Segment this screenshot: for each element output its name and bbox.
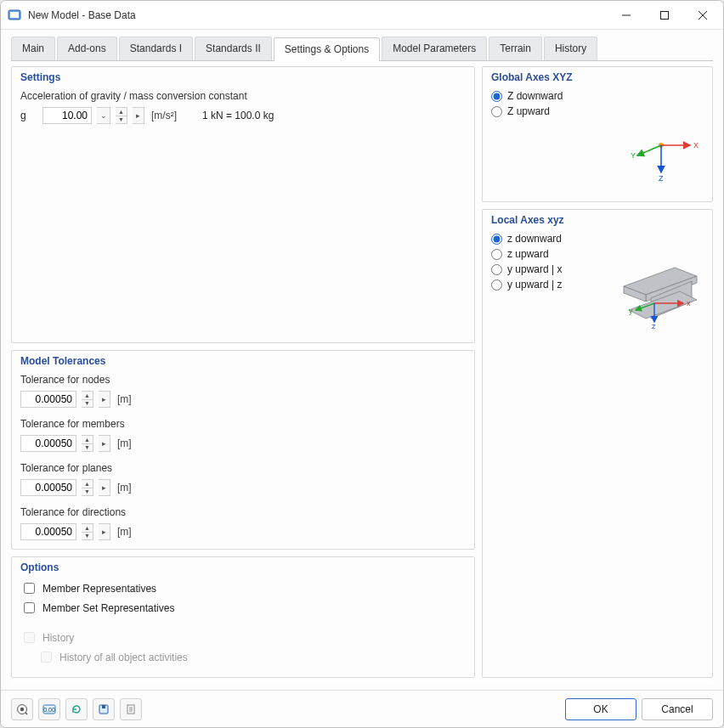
tab-terrain[interactable]: Terrain	[489, 37, 542, 60]
dialog-footer: 0,00 OK Cancel	[1, 690, 723, 727]
local-axes-z-down-label: z downward	[507, 233, 562, 245]
tab-main[interactable]: Main	[11, 37, 55, 60]
local-axes-title: Local Axes xyz	[491, 214, 704, 226]
window-title: New Model - Base Data	[28, 9, 136, 21]
tolerance-members-picker[interactable]: ▸	[99, 435, 110, 452]
global-axes-diagram: X Y Z	[627, 130, 700, 185]
option-history-all-label: History of all object activities	[59, 652, 188, 663]
option-member-set-rep-label: Member Set Representatives	[42, 602, 174, 614]
global-axes-z-down-radio[interactable]	[491, 91, 502, 102]
options-panel: Options Member Representatives Member Se…	[11, 556, 475, 678]
settings-title: Settings	[20, 71, 466, 83]
option-history-all-checkbox	[41, 652, 52, 663]
tolerance-planes-unit: [m]	[117, 482, 132, 494]
tool-clipboard-icon[interactable]	[120, 698, 142, 720]
svg-text:Z: Z	[659, 174, 664, 183]
local-axes-z-up-label: z upward	[507, 248, 549, 260]
option-history-checkbox	[24, 632, 35, 643]
titlebar: New Model - Base Data	[1, 1, 723, 30]
tolerance-directions-unit: [m]	[117, 526, 132, 538]
svg-rect-30	[102, 705, 105, 708]
tolerances-title: Model Tolerances	[20, 355, 466, 367]
tolerance-nodes-picker[interactable]: ▸	[99, 391, 110, 408]
tolerance-directions-label: Tolerance for directions	[20, 506, 466, 518]
global-axes-z-up-label: Z upward	[507, 105, 550, 117]
local-axes-z-down-radio[interactable]	[491, 234, 502, 245]
local-axes-y-up-x-radio[interactable]	[491, 264, 502, 275]
local-axes-panel: Local Axes xyz z downward z upward y upw…	[482, 209, 713, 678]
local-axes-z-up-radio[interactable]	[491, 249, 502, 260]
svg-text:z: z	[652, 322, 656, 329]
svg-line-26	[25, 713, 27, 714]
tolerance-planes-input[interactable]	[20, 479, 76, 496]
tolerance-planes-picker[interactable]: ▸	[99, 479, 110, 496]
local-axes-z-down[interactable]: z downward	[491, 233, 704, 245]
option-history-label: History	[42, 632, 74, 644]
tolerance-members-input[interactable]	[20, 435, 76, 452]
svg-line-9	[637, 145, 661, 155]
option-member-set-rep[interactable]: Member Set Representatives	[20, 600, 466, 616]
tolerance-nodes-label: Tolerance for nodes	[20, 374, 466, 386]
tolerances-panel: Model Tolerances Tolerance for nodes ▲▼ …	[11, 350, 475, 550]
svg-rect-3	[660, 11, 668, 19]
global-axes-z-up-radio[interactable]	[491, 106, 502, 117]
minimize-button[interactable]	[607, 3, 645, 28]
tolerance-nodes-spinner[interactable]: ▲▼	[82, 391, 93, 408]
local-axes-diagram: x y z	[615, 261, 700, 331]
tool-save-icon[interactable]	[93, 698, 115, 720]
tolerance-directions-input[interactable]	[20, 523, 76, 540]
maximize-button[interactable]	[645, 3, 683, 28]
local-axes-y-up-z-radio[interactable]	[491, 279, 502, 291]
svg-text:y: y	[629, 307, 633, 315]
tab-model-parameters[interactable]: Model Parameters	[382, 37, 487, 60]
option-member-rep[interactable]: Member Representatives	[20, 580, 466, 596]
tab-add-ons[interactable]: Add-ons	[57, 37, 117, 60]
gravity-dropdown[interactable]: ⌄	[97, 107, 110, 124]
local-axes-y-up-z-label: y upward | z	[507, 279, 562, 291]
local-axes-y-up-x-label: y upward | x	[507, 263, 562, 275]
svg-text:X: X	[693, 141, 699, 150]
tool-units-icon[interactable]: 0,00	[38, 698, 60, 720]
tab-standards-ii[interactable]: Standards II	[195, 37, 272, 60]
global-axes-z-down[interactable]: Z downward	[491, 90, 704, 102]
option-member-rep-checkbox[interactable]	[24, 583, 35, 594]
gravity-symbol: g	[20, 110, 37, 121]
option-member-set-rep-checkbox[interactable]	[24, 602, 35, 613]
global-axes-z-up[interactable]: Z upward	[491, 105, 704, 117]
tolerance-directions-picker[interactable]: ▸	[99, 523, 110, 540]
settings-panel: Settings Acceleration of gravity / mass …	[11, 66, 475, 343]
tolerance-members-spinner[interactable]: ▲▼	[82, 435, 93, 452]
svg-text:x: x	[687, 299, 691, 308]
close-button[interactable]	[683, 3, 721, 28]
gravity-label: Acceleration of gravity / mass conversio…	[20, 90, 466, 102]
app-icon	[8, 8, 21, 22]
tab-history[interactable]: History	[544, 37, 597, 60]
gravity-input[interactable]	[42, 107, 92, 124]
tab-settings-and-options[interactable]: Settings & Options	[274, 37, 380, 61]
tolerance-directions-spinner[interactable]: ▲▼	[82, 523, 93, 540]
tolerance-members-unit: [m]	[117, 437, 132, 449]
gravity-picker[interactable]: ▸	[133, 107, 144, 124]
tool-refresh-icon[interactable]	[65, 698, 88, 720]
svg-text:Y: Y	[631, 151, 636, 160]
global-axes-panel: Global Axes XYZ Z downward Z upward	[482, 66, 713, 202]
gravity-spinner[interactable]: ▲▼	[116, 107, 127, 124]
tool-help-icon[interactable]	[11, 698, 33, 720]
ok-button[interactable]: OK	[565, 698, 636, 720]
option-history: History	[20, 629, 466, 646]
options-title: Options	[20, 562, 466, 573]
tolerance-planes-label: Tolerance for planes	[20, 462, 466, 474]
global-axes-title: Global Axes XYZ	[491, 71, 704, 83]
cancel-button[interactable]: Cancel	[642, 698, 713, 720]
svg-rect-1	[10, 12, 19, 18]
tab-standards-i[interactable]: Standards I	[119, 37, 193, 60]
tab-strip: Main Add-ons Standards I Standards II Se…	[1, 30, 723, 60]
local-axes-z-up[interactable]: z upward	[491, 248, 704, 260]
tolerance-nodes-unit: [m]	[117, 393, 132, 405]
gravity-conversion: 1 kN = 100.0 kg	[202, 110, 274, 121]
tolerance-planes-spinner[interactable]: ▲▼	[82, 479, 93, 496]
svg-text:0,00: 0,00	[43, 707, 55, 713]
tolerance-nodes-input[interactable]	[20, 391, 76, 408]
option-history-all: History of all object activities	[37, 649, 466, 665]
global-axes-z-down-label: Z downward	[507, 90, 563, 102]
